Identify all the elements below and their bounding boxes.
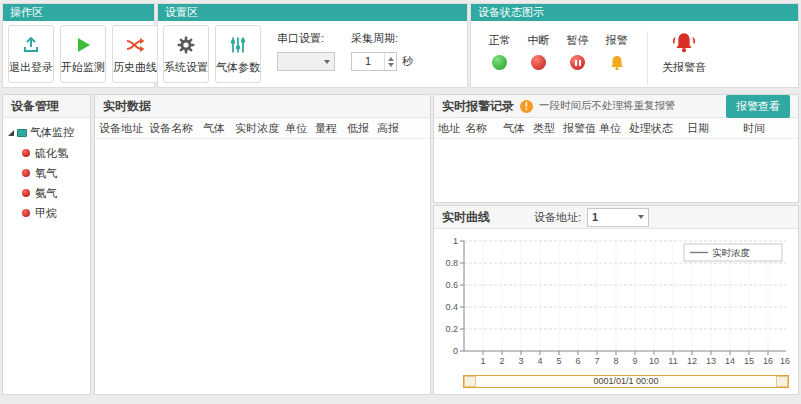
gear-icon bbox=[174, 33, 198, 57]
x-tick-label: 9 bbox=[632, 356, 637, 366]
x-tick-label: 6 bbox=[575, 356, 580, 366]
column-header[interactable]: 实时浓度 bbox=[231, 121, 281, 136]
tree-item-0[interactable]: 硫化氢 bbox=[5, 143, 88, 163]
period-value: 1 bbox=[352, 53, 384, 70]
x-tick-label: 13 bbox=[706, 356, 716, 366]
column-header[interactable]: 处理状态 bbox=[625, 121, 683, 136]
realtime-curve-panel: 实时曲线 设备地址: 1 bbox=[433, 205, 799, 395]
gas-params-label: 气体参数 bbox=[216, 60, 260, 75]
column-header[interactable]: 单位 bbox=[595, 121, 625, 136]
history-curve-button[interactable]: 历史曲线 bbox=[112, 25, 158, 83]
realtime-data-header: 实时数据 bbox=[95, 95, 430, 118]
history-curve-label: 历史曲线 bbox=[113, 60, 157, 75]
scroll-left-button[interactable] bbox=[464, 376, 476, 387]
system-settings-label: 系统设置 bbox=[164, 60, 208, 75]
device-status-dot-icon bbox=[22, 209, 30, 217]
realtime-chart: 0 0.2 0.4 0.6 0.8 1 1 2 3 4 5 6 7 8 bbox=[434, 229, 798, 388]
status-alarm-label: 报警 bbox=[606, 33, 628, 48]
tree-item-1[interactable]: 氧气 bbox=[5, 163, 88, 183]
period-field: 采集周期: 1 秒 bbox=[351, 31, 413, 71]
column-header[interactable]: 类型 bbox=[529, 121, 559, 136]
column-header[interactable]: 单位 bbox=[281, 121, 311, 136]
period-label: 采集周期: bbox=[351, 31, 413, 46]
x-tick-label: 5 bbox=[556, 356, 561, 366]
column-header[interactable]: 低报 bbox=[343, 121, 373, 136]
chart-legend: 实时浓度 bbox=[684, 244, 782, 261]
tree-root-node[interactable]: 气体监控 bbox=[5, 123, 88, 143]
status-legend-section: 设备状态图示 正常 中断 暂停 报警 bbox=[470, 3, 799, 88]
realtime-data-columns: 设备地址 设备名称 气体 实时浓度 单位 量程 低报 高报 bbox=[95, 118, 430, 139]
pause-status-icon bbox=[570, 55, 585, 70]
divider bbox=[647, 31, 648, 85]
alarm-log-title: 实时报警记录 bbox=[442, 98, 514, 115]
tree-item-label: 氨气 bbox=[35, 186, 57, 201]
tree-item-3[interactable]: 甲烷 bbox=[5, 203, 88, 223]
x-tick-label: 2 bbox=[499, 356, 504, 366]
x-tick-label: 14 bbox=[725, 356, 735, 366]
start-monitor-button[interactable]: 开始监测 bbox=[60, 25, 106, 83]
device-address-value: 1 bbox=[592, 211, 638, 223]
serial-port-field: 串口设置: bbox=[277, 31, 335, 71]
system-settings-button[interactable]: 系统设置 bbox=[163, 25, 209, 83]
sliders-icon bbox=[226, 33, 250, 57]
x-tick-label: 7 bbox=[594, 356, 599, 366]
x-tick-label: 12 bbox=[687, 356, 697, 366]
device-status-dot-icon bbox=[22, 189, 30, 197]
logout-button[interactable]: 退出登录 bbox=[8, 25, 54, 83]
status-normal: 正常 bbox=[483, 33, 516, 70]
y-tick-label: 0.8 bbox=[445, 258, 458, 268]
device-tree: 气体监控 硫化氢 氧气 氨气 甲烷 bbox=[3, 118, 90, 228]
alarm-mute-icon bbox=[671, 31, 697, 58]
column-header[interactable]: 地址 bbox=[434, 121, 461, 136]
device-status-dot-icon bbox=[22, 149, 30, 157]
interrupt-status-icon bbox=[531, 55, 546, 70]
tree-root-label: 气体监控 bbox=[30, 125, 74, 140]
scroll-right-button[interactable] bbox=[776, 376, 788, 387]
y-tick-label: 0.4 bbox=[445, 302, 458, 312]
settings-section-body: 系统设置 bbox=[158, 21, 467, 87]
status-legend-body: 正常 中断 暂停 报警 bbox=[471, 21, 798, 89]
column-header[interactable]: 报警值 bbox=[559, 121, 595, 136]
status-pause-label: 暂停 bbox=[567, 33, 589, 48]
column-header[interactable]: 量程 bbox=[311, 121, 343, 136]
alarm-view-button[interactable]: 报警查看 bbox=[726, 95, 790, 118]
column-header[interactable]: 日期 bbox=[683, 121, 739, 136]
x-tick-label: 3 bbox=[518, 356, 523, 366]
status-normal-label: 正常 bbox=[489, 33, 511, 48]
logout-icon bbox=[19, 33, 43, 57]
serial-port-select[interactable] bbox=[277, 52, 335, 71]
alarm-bell-icon bbox=[609, 55, 625, 74]
column-header[interactable]: 设备名称 bbox=[145, 121, 199, 136]
status-legend-title: 设备状态图示 bbox=[471, 4, 798, 21]
device-address-select[interactable]: 1 bbox=[587, 208, 649, 227]
alarm-log-body bbox=[434, 139, 798, 200]
x-tick-label: 11 bbox=[668, 356, 677, 366]
spinner-up-icon[interactable] bbox=[388, 57, 394, 61]
device-status-dot-icon bbox=[22, 169, 30, 177]
column-header[interactable]: 高报 bbox=[373, 121, 405, 136]
alarm-log-panel: 实时报警记录 ! 一段时间后不处理将重复报警 报警查看 地址 名称 气体 类型 … bbox=[433, 94, 799, 203]
spinner-down-icon[interactable] bbox=[388, 63, 394, 67]
chart-scrollbar[interactable]: 0001/01/1 00:00 bbox=[463, 375, 789, 388]
column-header[interactable]: 名称 bbox=[461, 121, 499, 136]
mute-alarm-button[interactable]: 关报警音 bbox=[662, 31, 706, 75]
column-header[interactable]: 设备地址 bbox=[95, 121, 145, 136]
x-tick-label: 4 bbox=[537, 356, 542, 366]
operation-section-body: 退出登录 开始监测 历 bbox=[3, 21, 154, 87]
device-tree-header: 设备管理 bbox=[3, 95, 90, 118]
tree-item-2[interactable]: 氨气 bbox=[5, 183, 88, 203]
y-tick-label: 0.6 bbox=[445, 280, 458, 290]
spinner-arrows[interactable] bbox=[384, 53, 396, 70]
period-spinner[interactable]: 1 bbox=[351, 52, 397, 71]
app-window: 操作区 退出登录 开始监测 bbox=[0, 0, 801, 404]
settings-section-title: 设置区 bbox=[158, 4, 467, 21]
column-header[interactable]: 气体 bbox=[499, 121, 529, 136]
column-header[interactable]: 气体 bbox=[199, 121, 231, 136]
play-icon bbox=[71, 33, 95, 57]
status-alarm: 报警 bbox=[600, 33, 633, 74]
column-header[interactable]: 时间 bbox=[739, 121, 793, 136]
tree-item-label: 甲烷 bbox=[35, 206, 57, 221]
tree-expander-icon[interactable] bbox=[8, 130, 14, 136]
gas-params-button[interactable]: 气体参数 bbox=[215, 25, 261, 83]
alarm-notice-text: 一段时间后不处理将重复报警 bbox=[539, 99, 676, 113]
